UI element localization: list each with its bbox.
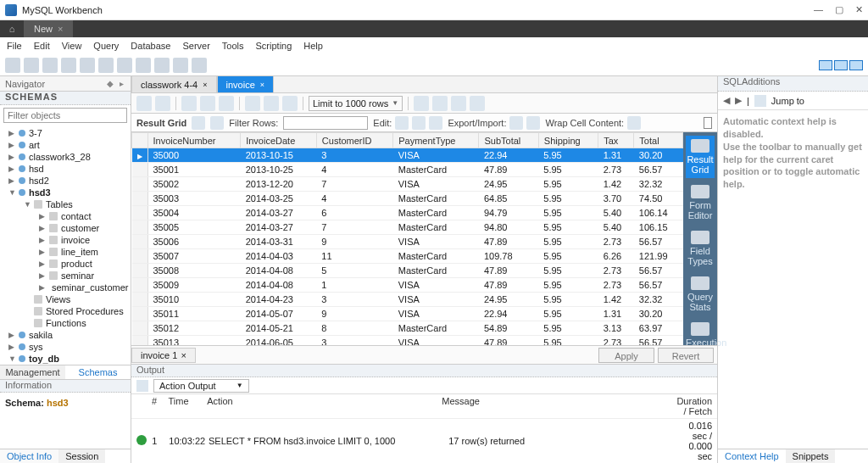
cell[interactable]: 5.95: [538, 148, 598, 163]
cell[interactable]: 32.32: [634, 293, 683, 307]
cell[interactable]: 2014-04-08: [241, 278, 317, 293]
cell[interactable]: MasterCard: [393, 163, 479, 177]
expand-icon[interactable]: ▶: [8, 176, 15, 185]
cell[interactable]: 30.20: [634, 148, 683, 163]
cell[interactable]: 5.95: [538, 220, 598, 235]
toolbar-export-icon[interactable]: [98, 58, 114, 73]
cell[interactable]: 4: [316, 163, 392, 177]
wrap-icon[interactable]: [470, 96, 485, 111]
row-gutter[interactable]: [132, 249, 148, 264]
query-tab-invoice[interactable]: invoice×: [217, 75, 275, 92]
cell[interactable]: 2014-03-27: [241, 206, 317, 220]
cell[interactable]: 1.31: [598, 307, 634, 321]
limit-rows-dropdown[interactable]: Limit to 1000 rows ▼: [309, 96, 403, 111]
tree-node-seminar[interactable]: ▶seminar: [0, 270, 131, 282]
toolbar-user-icon[interactable]: [61, 58, 76, 73]
row-gutter[interactable]: [132, 206, 148, 220]
cell[interactable]: 2.73: [598, 336, 634, 346]
table-row[interactable]: 350042014-03-276MasterCard94.795.955.401…: [132, 206, 683, 220]
cell[interactable]: 2014-04-08: [241, 264, 317, 278]
cell[interactable]: 2014-06-05: [241, 336, 317, 346]
cell[interactable]: 64.85: [479, 192, 538, 206]
cell[interactable]: 3.13: [598, 321, 634, 336]
tree-node-functions[interactable]: Functions: [0, 317, 131, 329]
column-paymenttype[interactable]: PaymentType: [393, 133, 479, 148]
cell[interactable]: 106.15: [634, 220, 683, 235]
stop-icon[interactable]: [245, 96, 260, 111]
table-row[interactable]: 350102014-04-233VISA24.955.951.4232.32: [132, 293, 683, 307]
row-gutter[interactable]: [132, 264, 148, 278]
cell[interactable]: MasterCard: [393, 220, 479, 235]
toolbar-status-icon[interactable]: [80, 58, 95, 73]
cell[interactable]: 5.40: [598, 220, 634, 235]
cell[interactable]: 5.95: [538, 336, 598, 346]
cell[interactable]: 56.57: [634, 278, 683, 293]
connection-tab-close-icon[interactable]: ×: [58, 24, 63, 34]
cell[interactable]: 74.50: [634, 192, 683, 206]
tree-node-classwork3-28[interactable]: ▶classwork3_28: [0, 151, 131, 163]
export-icon[interactable]: [509, 116, 523, 130]
jump-to-label[interactable]: Jump to: [771, 96, 804, 106]
toolbar-new-sql-icon[interactable]: [5, 58, 20, 73]
row-gutter[interactable]: [132, 278, 148, 293]
tree-node-seminar-customer[interactable]: ▶seminar_customer: [0, 282, 131, 293]
menu-server[interactable]: Server: [182, 41, 209, 51]
cell[interactable]: 47.89: [479, 278, 538, 293]
cell[interactable]: 5.95: [538, 235, 598, 249]
menu-view[interactable]: View: [62, 41, 82, 51]
cell[interactable]: 5: [316, 264, 392, 278]
tree-node-3-7[interactable]: ▶3-7: [0, 127, 131, 139]
cell[interactable]: 3: [316, 148, 392, 163]
cell[interactable]: 5.95: [538, 249, 598, 264]
cell[interactable]: 5.95: [538, 321, 598, 336]
cell[interactable]: 35000: [147, 148, 241, 163]
toolbar-options-icon[interactable]: [136, 58, 151, 73]
expand-icon[interactable]: ▼: [24, 200, 31, 209]
context-help-tab[interactable]: Context Help: [718, 449, 786, 463]
side-tab-result-grid[interactable]: ResultGrid: [686, 136, 715, 178]
cell[interactable]: 5.95: [538, 206, 598, 220]
cell[interactable]: 35001: [147, 163, 241, 177]
table-row[interactable]: 350122014-05-218MasterCard54.895.953.136…: [132, 321, 683, 336]
cell[interactable]: 3: [316, 293, 392, 307]
tree-node-hsd3[interactable]: ▼hsd3: [0, 187, 131, 198]
cell[interactable]: VISA: [393, 148, 479, 163]
cell[interactable]: 35006: [147, 235, 241, 249]
cell[interactable]: 11: [316, 249, 392, 264]
menu-tools[interactable]: Tools: [222, 41, 244, 51]
schema-tree[interactable]: ▶3-7▶art▶classwork3_28▶hsd▶hsd2▼hsd3▼Tab…: [0, 126, 131, 365]
table-row[interactable]: 350072014-04-0311MasterCard109.785.956.2…: [132, 249, 683, 264]
tree-node-stored-procedures[interactable]: Stored Procedures: [0, 305, 131, 317]
cell[interactable]: 1.42: [598, 293, 634, 307]
tree-node-contact[interactable]: ▶contact: [0, 210, 131, 222]
cell[interactable]: 35009: [147, 278, 241, 293]
help-icon[interactable]: [754, 95, 766, 107]
result-tab[interactable]: invoice 1 ×: [131, 348, 196, 363]
cell[interactable]: 2014-04-23: [241, 293, 317, 307]
cell[interactable]: 121.99: [634, 249, 683, 264]
expand-icon[interactable]: ▶: [39, 236, 46, 244]
row-gutter[interactable]: [132, 163, 148, 177]
tree-node-sakila[interactable]: ▶sakila: [0, 329, 131, 341]
cell[interactable]: 5.95: [538, 192, 598, 206]
output-type-icon[interactable]: [136, 380, 148, 392]
cell[interactable]: 35004: [147, 206, 241, 220]
cell[interactable]: 2.73: [598, 163, 634, 177]
cell[interactable]: 2013-10-15: [241, 148, 317, 163]
apply-button[interactable]: Apply: [598, 348, 654, 363]
cell[interactable]: 3.70: [598, 192, 634, 206]
snippets-tab[interactable]: Snippets: [786, 449, 836, 463]
output-row[interactable]: 1 10:03:22 SELECT * FROM hsd3.invoice LI…: [131, 419, 717, 463]
result-grid-icon[interactable]: [192, 116, 205, 130]
cell[interactable]: 7: [316, 220, 392, 235]
table-row[interactable]: 350082014-04-085MasterCard47.895.952.735…: [132, 264, 683, 278]
row-gutter[interactable]: [132, 336, 148, 346]
cell[interactable]: VISA: [393, 293, 479, 307]
cell[interactable]: 5.95: [538, 293, 598, 307]
explain-icon[interactable]: [219, 96, 234, 111]
expand-icon[interactable]: ▶: [8, 165, 15, 173]
maximize-button[interactable]: ▢: [835, 4, 843, 15]
side-tab-form-editor[interactable]: FormEditor: [686, 181, 715, 224]
row-gutter[interactable]: [132, 307, 148, 321]
delete-row-icon[interactable]: [429, 116, 442, 130]
